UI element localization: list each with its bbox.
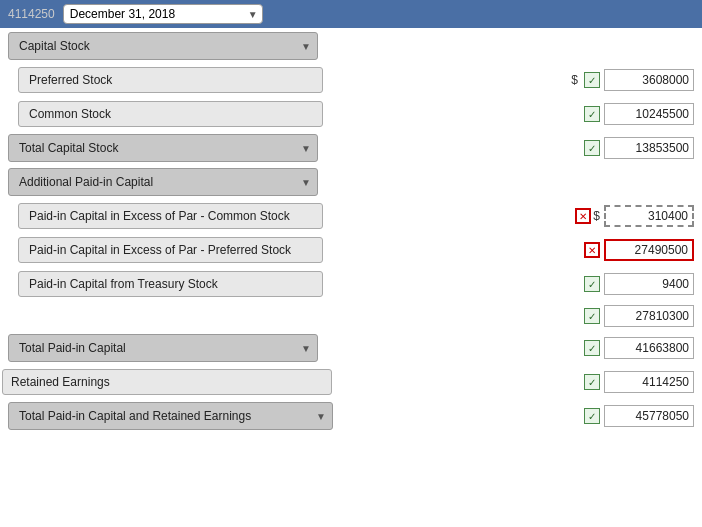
capital-stock-label: Capital Stock (9, 39, 301, 53)
retained-earnings-row: Retained Earnings ✓ 4114250 (0, 366, 702, 398)
preferred-stock-label-box: Preferred Stock (18, 67, 323, 93)
total-paid-in-capital-checkbox[interactable]: ✓ (584, 340, 600, 356)
total-capital-stock-label: Total Capital Stock (9, 141, 301, 155)
total-paid-retained-row: Total Paid-in Capital and Retained Earni… (0, 400, 702, 432)
capital-stock-section-row: Capital Stock ▼ (0, 30, 702, 62)
total-paid-retained-arrow-icon: ▼ (316, 411, 332, 422)
total-paid-in-capital-arrow-icon: ▼ (301, 343, 317, 354)
pic-subtotal-row: ✓ 27810300 (0, 302, 702, 330)
total-paid-in-capital-row: Total Paid-in Capital ▼ ✓ 41663800 (0, 332, 702, 364)
additional-paid-in-arrow-icon: ▼ (301, 177, 317, 188)
pic-common-row: Paid-in Capital in Excess of Par - Commo… (0, 200, 702, 232)
capital-stock-arrow-icon: ▼ (301, 41, 317, 52)
capital-stock-section-select[interactable]: Capital Stock ▼ (8, 32, 318, 60)
pic-subtotal-checkbox[interactable]: ✓ (584, 308, 600, 324)
pic-treasury-row: Paid-in Capital from Treasury Stock ✓ 94… (0, 268, 702, 300)
pic-preferred-row: Paid-in Capital in Excess of Par - Prefe… (0, 234, 702, 266)
total-capital-stock-select[interactable]: Total Capital Stock ▼ (8, 134, 318, 162)
pic-common-label-box: Paid-in Capital in Excess of Par - Commo… (18, 203, 323, 229)
pic-common-label: Paid-in Capital in Excess of Par - Commo… (29, 209, 290, 223)
additional-paid-in-section-select[interactable]: Additional Paid-in Capital ▼ (8, 168, 318, 196)
preferred-stock-label: Preferred Stock (29, 73, 112, 87)
common-stock-checkbox[interactable]: ✓ (584, 106, 600, 122)
top-number-display: 4114250 (8, 7, 55, 21)
total-paid-in-capital-value[interactable]: 41663800 (604, 337, 694, 359)
total-paid-retained-select[interactable]: Total Paid-in Capital and Retained Earni… (8, 402, 333, 430)
pic-treasury-label: Paid-in Capital from Treasury Stock (29, 277, 218, 291)
common-stock-label: Common Stock (29, 107, 111, 121)
total-capital-stock-arrow-icon: ▼ (301, 143, 317, 154)
common-stock-row: Common Stock ✓ 10245500 (0, 98, 702, 130)
common-stock-label-box: Common Stock (18, 101, 323, 127)
pic-common-value[interactable]: 310400 (604, 205, 694, 227)
pic-treasury-checkbox[interactable]: ✓ (584, 276, 600, 292)
preferred-stock-value[interactable]: 3608000 (604, 69, 694, 91)
header-row: 4114250 December 31, 2018 ▼ (0, 0, 702, 28)
additional-paid-in-section-row: Additional Paid-in Capital ▼ (0, 166, 702, 198)
main-container: 4114250 December 31, 2018 ▼ Capital Stoc… (0, 0, 702, 432)
preferred-stock-row: Preferred Stock $ ✓ 3608000 (0, 64, 702, 96)
total-paid-in-capital-label: Total Paid-in Capital (9, 341, 301, 355)
date-select[interactable]: December 31, 2018 (63, 4, 263, 24)
date-selector-wrapper: December 31, 2018 ▼ (63, 4, 263, 24)
total-paid-in-capital-select[interactable]: Total Paid-in Capital ▼ (8, 334, 318, 362)
retained-earnings-checkbox[interactable]: ✓ (584, 374, 600, 390)
total-capital-stock-value[interactable]: 13853500 (604, 137, 694, 159)
retained-earnings-value[interactable]: 4114250 (604, 371, 694, 393)
pic-preferred-label-box: Paid-in Capital in Excess of Par - Prefe… (18, 237, 323, 263)
total-paid-retained-label: Total Paid-in Capital and Retained Earni… (9, 409, 316, 423)
pic-preferred-label: Paid-in Capital in Excess of Par - Prefe… (29, 243, 291, 257)
total-capital-stock-row: Total Capital Stock ▼ ✓ 13853500 (0, 132, 702, 164)
preferred-stock-checkbox[interactable]: ✓ (584, 72, 600, 88)
common-stock-value[interactable]: 10245500 (604, 103, 694, 125)
pic-preferred-checkbox[interactable]: ✕ (584, 242, 600, 258)
pic-common-checkbox[interactable]: ✕ (575, 208, 591, 224)
total-paid-retained-value[interactable]: 45778050 (604, 405, 694, 427)
pic-subtotal-value[interactable]: 27810300 (604, 305, 694, 327)
pic-preferred-value[interactable]: 27490500 (604, 239, 694, 261)
additional-paid-in-label: Additional Paid-in Capital (9, 175, 301, 189)
retained-earnings-label: Retained Earnings (11, 375, 110, 389)
pic-treasury-label-box: Paid-in Capital from Treasury Stock (18, 271, 323, 297)
preferred-stock-dollar: $ (571, 73, 578, 87)
total-paid-retained-checkbox[interactable]: ✓ (584, 408, 600, 424)
pic-common-dollar: $ (593, 209, 600, 223)
pic-treasury-value[interactable]: 9400 (604, 273, 694, 295)
total-capital-stock-checkbox[interactable]: ✓ (584, 140, 600, 156)
